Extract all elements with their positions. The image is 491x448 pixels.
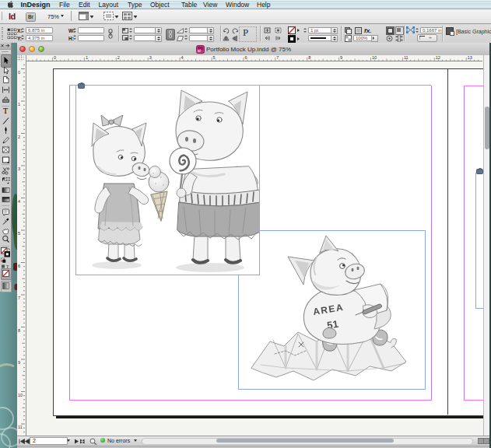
svg-text:13: 13 [468, 55, 472, 60]
svg-text:1: 1 [18, 102, 20, 107]
svg-text:2: 2 [117, 55, 120, 60]
svg-text:11: 11 [18, 425, 23, 429]
svg-text:8: 8 [18, 328, 20, 333]
svg-text:6: 6 [244, 55, 247, 60]
svg-text:3: 3 [149, 55, 152, 60]
svg-text:5: 5 [213, 55, 216, 60]
svg-text:4: 4 [181, 55, 184, 60]
svg-text:12: 12 [436, 55, 440, 60]
svg-text:0: 0 [54, 55, 56, 60]
svg-text:9: 9 [18, 360, 20, 365]
svg-text:2: 2 [18, 135, 20, 139]
svg-text:11: 11 [404, 55, 409, 60]
svg-text:9: 9 [340, 55, 342, 60]
svg-text:10: 10 [18, 393, 23, 397]
svg-text:10: 10 [372, 55, 377, 60]
svg-text:8: 8 [308, 55, 310, 60]
svg-text:7: 7 [18, 296, 20, 300]
svg-text:1: 1 [86, 55, 88, 60]
svg-text:5: 5 [18, 231, 20, 236]
svg-text:T: T [3, 107, 8, 115]
svg-text:3: 3 [18, 166, 20, 171]
svg-text:0: 0 [18, 70, 20, 75]
svg-text:id: id [198, 48, 201, 53]
svg-text:4: 4 [18, 199, 20, 204]
svg-text:7: 7 [276, 55, 279, 60]
svg-text:6: 6 [18, 264, 20, 268]
